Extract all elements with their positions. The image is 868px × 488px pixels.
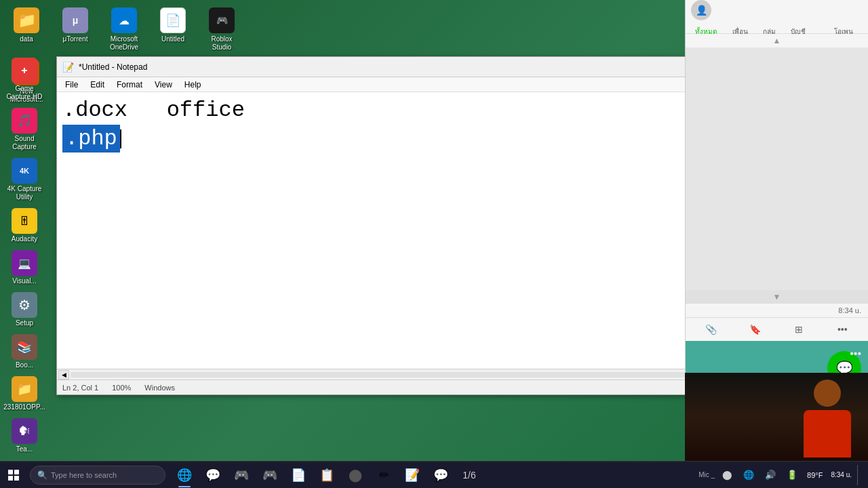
desktop-icon-game-capture[interactable]: Game Capture HD bbox=[1, 54, 47, 104]
notepad-status-endings: Windows bbox=[144, 384, 175, 392]
webcam-overlay bbox=[685, 373, 868, 461]
un-taskbar-icon: 📝 bbox=[405, 469, 420, 481]
desktop-icon-teams[interactable]: 🗣 Tea... bbox=[1, 415, 47, 457]
start-icon bbox=[8, 470, 19, 481]
taskbar-time-value: 8:34 u. bbox=[831, 470, 852, 480]
taskbar-app-obs[interactable]: ⬤ bbox=[342, 462, 369, 489]
line2-taskbar-icon: 💬 bbox=[433, 469, 448, 481]
tray-icon-volume[interactable]: 🔊 bbox=[761, 466, 780, 485]
toolbar-grid-btn[interactable]: ⊞ bbox=[791, 321, 807, 338]
sound-capture-icon: 🎵 bbox=[12, 108, 37, 134]
desktop-icon-data[interactable]: 📁 data bbox=[3, 3, 50, 56]
desktop-icon-file2318[interactable]: 📁 231801OPP... bbox=[1, 373, 47, 415]
setup-label: Setup bbox=[16, 319, 33, 327]
hscroll-left-btn[interactable]: ◀ bbox=[58, 370, 69, 380]
desktop-icon-audacity[interactable]: 🎚 Audacity bbox=[1, 205, 47, 247]
geforce-taskbar-icon: 🎮 bbox=[234, 469, 249, 481]
teams-label: Tea... bbox=[16, 445, 33, 453]
tray-icon-obs[interactable]: ⬤ bbox=[717, 466, 736, 485]
taskbar-app-line2[interactable]: 💬 bbox=[427, 462, 454, 489]
utorrent-icon-label: μTorrent bbox=[63, 35, 88, 43]
game-capture-icon bbox=[12, 58, 37, 83]
scroll-up-button[interactable]: ▲ bbox=[686, 34, 868, 47]
roblox-taskbar-icon: 🎮 bbox=[262, 469, 277, 481]
4k-capture-label: 4K Capture Utility bbox=[3, 185, 46, 201]
user-avatar: 👤 bbox=[691, 0, 711, 20]
notepad-title-icon: 📝 bbox=[62, 62, 73, 73]
book-label: Boo... bbox=[16, 361, 33, 369]
roblox-studio-icon: 🎮 bbox=[209, 7, 235, 33]
mic-label: Mic _ bbox=[698, 471, 715, 479]
toolbar-bookmark-btn[interactable]: 🔖 bbox=[747, 321, 763, 338]
desktop-icon-untitled[interactable]: 📄 Untitled bbox=[150, 3, 196, 56]
data-icon: 📁 bbox=[14, 7, 39, 33]
tray-icon-network[interactable]: 🌐 bbox=[739, 466, 758, 485]
notepad-cursor bbox=[120, 129, 121, 148]
toolbar-more-btn[interactable]: ••• bbox=[834, 321, 850, 338]
menu-view[interactable]: View bbox=[149, 79, 178, 91]
search-icon: 🔍 bbox=[37, 470, 47, 480]
desktop-icon-onedrive[interactable]: ☁ Microsoft OneDrive bbox=[101, 3, 147, 56]
taskbar-app-clipboard[interactable]: 📋 bbox=[313, 462, 340, 489]
notepad-title-text: *Untitled - Notepad bbox=[79, 62, 147, 72]
chat-dots: ••• bbox=[850, 348, 861, 360]
desktop-icon-setup[interactable]: ⚙ Setup bbox=[1, 289, 47, 331]
visual-studio-label: Visual... bbox=[12, 277, 36, 285]
menu-format[interactable]: Format bbox=[111, 79, 148, 91]
toolbar-attach-btn[interactable]: 📎 bbox=[703, 321, 719, 338]
taskbar-app-notepad[interactable]: 📄 bbox=[285, 462, 312, 489]
sound-capture-label: Sound Capture bbox=[3, 135, 46, 151]
taskbar: 🔍 Type here to search 🌐 💬 🎮 🎮 bbox=[0, 461, 868, 488]
chrome-taskbar-icon: 🌐 bbox=[177, 469, 192, 481]
taskbar-search[interactable]: 🔍 Type here to search bbox=[30, 466, 165, 485]
menu-edit[interactable]: Edit bbox=[85, 79, 110, 91]
obs-taskbar-icon: ⬤ bbox=[349, 469, 362, 481]
teams-icon: 🗣 bbox=[12, 418, 37, 444]
desktop-icon-visual-studio[interactable]: 💻 Visual... bbox=[1, 247, 47, 289]
desktop-icon-roblox-studio[interactable]: 🎮 Roblox Studio bbox=[199, 3, 245, 56]
utorrent-icon: μ bbox=[62, 7, 88, 33]
taskbar-app-line[interactable]: 💬 bbox=[199, 462, 226, 489]
scroll-down-button[interactable]: ▼ bbox=[686, 290, 868, 304]
start-button[interactable] bbox=[0, 462, 27, 489]
taskbar-search-text: Type here to search bbox=[51, 471, 117, 479]
menu-help[interactable]: Help bbox=[179, 79, 207, 91]
notepad-status-zoom: 100% bbox=[112, 384, 131, 392]
notepad-status-ln: Ln 2, Col 1 bbox=[62, 384, 98, 392]
right-panel-time: 8:34 u. bbox=[686, 304, 868, 317]
desktop-icon-4k-capture[interactable]: 4K 4K Capture Utility bbox=[1, 155, 47, 205]
taskbar-app-edit[interactable]: ✏ bbox=[370, 462, 397, 489]
taskbar-right: Mic _ ⬤ 🌐 🔊 🔋 89°F 8:34 u. bbox=[698, 465, 868, 485]
taskbar-app-chrome[interactable]: 🌐 bbox=[171, 462, 198, 489]
notepad-taskbar-icon: 📄 bbox=[291, 469, 306, 481]
right-panel-content[interactable] bbox=[686, 47, 868, 290]
person-silhouette bbox=[800, 380, 854, 454]
taskbar-app-num[interactable]: 1/6 bbox=[456, 462, 483, 489]
desktop-icon-book[interactable]: 📚 Boo... bbox=[1, 331, 47, 373]
clipboard-taskbar-icon: 📋 bbox=[319, 469, 334, 481]
untitled-icon-label: Untitled bbox=[161, 35, 184, 43]
menu-file[interactable]: File bbox=[60, 79, 83, 91]
tray-icon-battery[interactable]: 🔋 bbox=[783, 466, 802, 485]
line-taskbar-icon: 💬 bbox=[205, 469, 220, 481]
game-capture-label: Game Capture HD bbox=[3, 85, 46, 101]
visual-studio-icon: 💻 bbox=[12, 250, 37, 276]
notepad-selected-text: .php bbox=[62, 125, 120, 152]
setup-icon: ⚙ bbox=[12, 292, 37, 318]
audacity-icon: 🎚 bbox=[12, 208, 37, 234]
right-panel: 👤 ทั้งหมด เพื่อน กลุ่ม บัญชีทางการ โอเพน… bbox=[685, 0, 868, 395]
left-vertical-icons: Game Capture HD 🎵 Sound Capture 4K 4K Ca… bbox=[0, 54, 49, 457]
taskbar-app-geforce[interactable]: 🎮 bbox=[228, 462, 255, 489]
edit-taskbar-icon: ✏ bbox=[379, 469, 389, 481]
book-icon: 📚 bbox=[12, 334, 37, 360]
taskbar-app-roblox[interactable]: 🎮 bbox=[256, 462, 283, 489]
num-taskbar-icon: 1/6 bbox=[462, 470, 475, 480]
onedrive-icon-label: Microsoft OneDrive bbox=[104, 35, 144, 52]
chrome-active-bar bbox=[178, 486, 191, 487]
desktop-icon-sound-capture[interactable]: 🎵 Sound Capture bbox=[1, 104, 47, 155]
taskbar-apps: 🌐 💬 🎮 🎮 📄 📋 bbox=[168, 462, 698, 489]
show-desktop-button[interactable] bbox=[857, 465, 863, 485]
taskbar-app-un[interactable]: 📝 bbox=[399, 462, 426, 489]
desktop-icon-utorrent[interactable]: μ μTorrent bbox=[52, 3, 98, 56]
untitled-icon: 📄 bbox=[160, 7, 186, 33]
